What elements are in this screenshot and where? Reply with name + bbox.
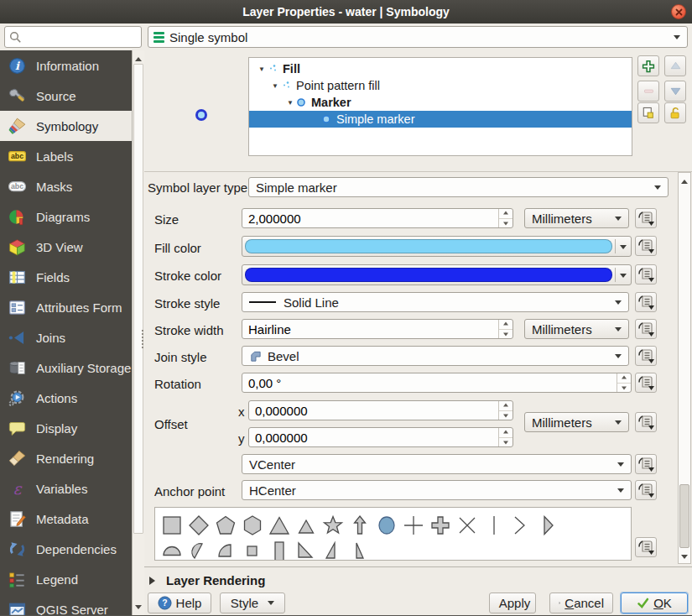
cancel-button[interactable]: Cancel — [549, 593, 613, 613]
tree-row-fill[interactable]: ▼ Fill — [249, 60, 632, 77]
size-spinbox[interactable] — [242, 208, 513, 228]
sidebar-item-display[interactable]: Display — [0, 413, 132, 443]
spin-up-icon[interactable] — [499, 209, 512, 219]
sidebar-item-variables[interactable]: ε Variables — [0, 473, 132, 504]
data-defined-override-button[interactable] — [635, 454, 657, 474]
sidebar-item-3d-view[interactable]: 3D View — [0, 232, 132, 262]
scroll-up-icon[interactable] — [135, 54, 142, 61]
shape-quarter-circle[interactable] — [212, 538, 239, 561]
add-symbol-layer-button[interactable] — [637, 55, 659, 76]
sidebar-item-actions[interactable]: Actions — [0, 383, 132, 413]
apply-button[interactable]: Apply — [489, 593, 536, 613]
offset-y-spinbox[interactable] — [248, 427, 513, 447]
data-defined-override-button[interactable] — [635, 319, 657, 339]
anchor-vertical-select[interactable]: VCenter — [242, 454, 632, 474]
expander-icon[interactable]: ▼ — [269, 82, 281, 90]
spin-down-icon[interactable] — [499, 219, 512, 228]
shape-triangle[interactable] — [266, 512, 293, 538]
spin-up-icon[interactable] — [499, 320, 512, 330]
offset-y-input[interactable] — [249, 428, 512, 446]
shape-right-half-triangle[interactable] — [320, 538, 346, 561]
symbol-layer-type-select[interactable]: Simple marker — [248, 177, 669, 197]
sidebar-item-dependencies[interactable]: Dependencies — [0, 534, 132, 564]
spin-down-icon[interactable] — [617, 384, 631, 393]
style-button[interactable]: Style — [220, 593, 285, 613]
data-defined-override-button[interactable] — [635, 537, 657, 557]
stroke-style-select[interactable]: Solid Line — [242, 292, 629, 312]
tree-row-point-pattern-fill[interactable]: ▼ Point pattern fill — [249, 77, 632, 94]
spin-up-icon[interactable] — [499, 401, 512, 411]
anchor-horizontal-select[interactable]: HCenter — [242, 480, 632, 500]
rotation-input[interactable] — [242, 373, 631, 392]
shape-star[interactable] — [320, 512, 346, 538]
shape-hexagon[interactable] — [239, 512, 266, 538]
shape-diagonal-half-square[interactable] — [293, 538, 320, 561]
rotation-spinbox[interactable] — [242, 373, 632, 393]
layer-rendering-group[interactable]: Layer Rendering — [149, 573, 265, 587]
tree-row-marker[interactable]: ▼ Marker — [249, 94, 632, 111]
spin-up-icon[interactable] — [617, 373, 631, 384]
data-defined-override-button[interactable] — [635, 264, 657, 285]
data-defined-override-button[interactable] — [635, 346, 657, 366]
move-down-button[interactable] — [664, 81, 686, 102]
form-scrollbar-thumb[interactable] — [679, 484, 689, 548]
sidebar-item-metadata[interactable]: Metadata — [0, 504, 132, 534]
shape-square[interactable] — [159, 512, 185, 538]
data-defined-override-button[interactable] — [635, 412, 657, 432]
sidebar-item-auxiliary-storage[interactable]: Auxiliary Storage — [0, 352, 132, 383]
offset-unit-select[interactable]: Millimeters — [524, 412, 629, 432]
spinner-buttons[interactable] — [498, 320, 512, 338]
size-input[interactable] — [242, 209, 512, 227]
sidebar-item-rendering[interactable]: Rendering — [0, 443, 132, 473]
spinner-buttons[interactable] — [617, 373, 631, 392]
shape-arrow[interactable] — [346, 512, 373, 538]
search-input[interactable] — [25, 28, 138, 46]
lock-colors-button[interactable] — [664, 102, 686, 123]
sidebar-item-joins[interactable]: Joins — [0, 322, 132, 352]
sidebar-item-qgis-server[interactable]: QGIS Server — [0, 594, 132, 616]
shape-third-circle[interactable] — [185, 538, 212, 561]
shape-cross-x[interactable] — [454, 512, 481, 538]
sidebar-item-diagrams[interactable]: Diagrams — [0, 201, 132, 232]
fill-color-button[interactable] — [242, 236, 632, 257]
scroll-down-icon[interactable] — [681, 555, 688, 562]
duplicate-symbol-layer-button[interactable] — [637, 102, 659, 123]
close-button[interactable] — [671, 4, 686, 19]
stroke-width-input[interactable] — [242, 320, 512, 338]
shape-circle[interactable] — [373, 512, 400, 538]
sidebar-item-labels[interactable]: abc Labels — [0, 141, 132, 171]
offset-x-input[interactable] — [249, 401, 512, 420]
spinner-buttons[interactable] — [498, 401, 512, 420]
remove-symbol-layer-button[interactable] — [637, 81, 659, 102]
sidebar-item-masks[interactable]: abc Masks — [0, 171, 132, 201]
spin-down-icon[interactable] — [499, 330, 512, 339]
sidebar-item-legend[interactable]: Legend — [0, 564, 132, 594]
move-up-button[interactable] — [664, 55, 686, 76]
splitter-handle[interactable] — [142, 330, 143, 348]
data-defined-override-button[interactable] — [635, 480, 657, 500]
shape-quarter-square[interactable] — [239, 538, 266, 561]
stroke-color-button[interactable] — [242, 264, 632, 285]
stroke-width-unit-select[interactable]: Millimeters — [524, 319, 629, 339]
spin-down-icon[interactable] — [499, 438, 512, 447]
spin-down-icon[interactable] — [499, 411, 512, 420]
sidebar-item-attributes-form[interactable]: Attributes Form — [0, 292, 132, 322]
renderer-select[interactable]: Single symbol — [148, 26, 688, 48]
data-defined-override-button[interactable] — [635, 373, 657, 393]
shape-half-square[interactable] — [266, 538, 293, 561]
sidebar-item-fields[interactable]: Fields — [0, 262, 132, 292]
spinner-buttons[interactable] — [498, 428, 512, 446]
sidebar-item-symbology[interactable]: Symbology — [0, 111, 132, 141]
shape-semi-circle[interactable] — [159, 538, 185, 561]
tree-row-simple-marker[interactable]: Simple marker — [249, 111, 632, 128]
shape-line[interactable] — [481, 512, 507, 538]
shape-cross-fill[interactable] — [427, 512, 454, 538]
data-defined-override-button[interactable] — [635, 208, 657, 228]
sidebar-scrollbar-thumb[interactable] — [133, 64, 143, 534]
data-defined-override-button[interactable] — [635, 236, 657, 256]
expander-collapsed-icon[interactable] — [149, 577, 159, 585]
sidebar-item-information[interactable]: i Information — [0, 50, 132, 81]
expander-icon[interactable]: ▼ — [256, 65, 268, 73]
spin-up-icon[interactable] — [499, 428, 512, 438]
shape-filled-arrowhead[interactable] — [534, 512, 561, 538]
